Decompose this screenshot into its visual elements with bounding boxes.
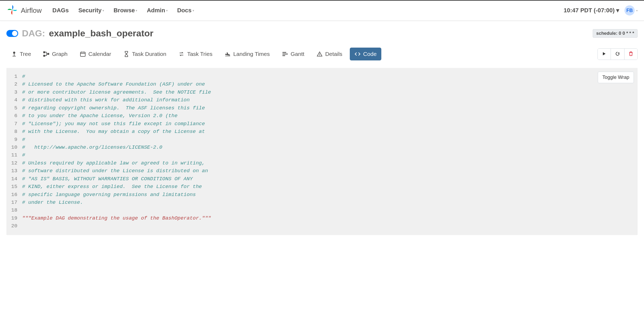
page-body: DAG: example_bash_operator schedule: 0 0… (0, 21, 644, 235)
dag-header: DAG: example_bash_operator schedule: 0 0… (6, 28, 638, 39)
tabs-row: TreeGraphCalendarTask DurationTask Tries… (6, 48, 638, 60)
details-icon (317, 51, 323, 57)
tab-landing-times[interactable]: Landing Times (220, 48, 275, 60)
nav-item-dags[interactable]: DAGs (52, 7, 69, 14)
chevron-down-icon: ▾ (616, 7, 619, 14)
nav-items: DAGsSecurity▾Browse▾Admin▾Docs▾ (52, 7, 564, 14)
refresh-icon (615, 51, 620, 57)
chevron-down-icon: ▾ (136, 9, 137, 12)
tab-label: Task Duration (132, 51, 166, 57)
code-line: # (22, 136, 633, 144)
graph-icon (43, 51, 49, 57)
code-line: # to you under the Apache License, Versi… (22, 112, 633, 120)
dag-action-buttons (598, 48, 638, 60)
code-line (22, 222, 633, 230)
chevron-down-icon: ▾ (103, 9, 104, 12)
tab-label: Gantt (291, 51, 304, 57)
top-navbar: Airflow DAGsSecurity▾Browse▾Admin▾Docs▾ … (0, 1, 644, 21)
code-panel: Toggle Wrap 1234567891011121314151617181… (6, 68, 638, 235)
code-line: # Licensed to the Apache Software Founda… (22, 80, 633, 88)
line-number: 16 (11, 191, 20, 199)
line-number: 17 (11, 199, 20, 206)
line-number: 1 (11, 73, 20, 80)
line-number: 7 (11, 120, 20, 128)
code-body[interactable]: ## Licensed to the Apache Software Found… (22, 68, 638, 235)
code-line: # Unless required by applicable law or a… (22, 159, 633, 167)
nav-right: 10:47 PDT (-07:00) ▾ FB ▾ (564, 5, 638, 16)
tab-label: Calendar (88, 51, 111, 57)
clock-text: 10:47 PDT (-07:00) (564, 7, 615, 14)
svg-rect-4 (43, 55, 45, 57)
line-number: 6 (11, 112, 20, 120)
line-number: 15 (11, 183, 20, 191)
code-line: # with the License. You may obtain a cop… (22, 128, 633, 136)
line-number: 13 (11, 167, 20, 175)
line-number: 9 (11, 136, 20, 144)
tab-task-duration[interactable]: Task Duration (119, 48, 171, 60)
code-line: # (22, 151, 633, 159)
line-number: 12 (11, 159, 20, 167)
clock[interactable]: 10:47 PDT (-07:00) ▾ (564, 7, 619, 14)
tab-graph[interactable]: Graph (38, 48, 72, 60)
tab-label: Details (325, 51, 342, 57)
brand[interactable]: Airflow (6, 4, 42, 17)
line-number: 14 (11, 175, 20, 183)
line-number: 19 (11, 214, 20, 222)
tab-task-tries[interactable]: Task Tries (174, 48, 217, 60)
tab-details[interactable]: Details (312, 48, 347, 60)
toggle-wrap-button[interactable]: Toggle Wrap (598, 72, 634, 83)
chevron-down-icon: ▾ (166, 9, 168, 12)
line-number: 5 (11, 104, 20, 112)
chevron-down-icon: ▾ (193, 9, 194, 12)
code-line: # http://www.apache.org/licenses/LICENSE… (22, 144, 633, 151)
tab-tree[interactable]: Tree (6, 48, 36, 60)
code-line: # or more contributor license agreements… (22, 89, 633, 96)
chevron-down-icon: ▾ (636, 9, 638, 12)
code-line: # "AS IS" BASIS, WITHOUT WARRANTIES OR C… (22, 175, 633, 183)
refresh-button[interactable] (611, 49, 624, 60)
nav-item-docs[interactable]: Docs▾ (177, 7, 194, 14)
line-number: 20 (11, 222, 20, 230)
nav-item-label: Browse (114, 7, 135, 14)
line-number: 11 (11, 151, 20, 159)
nav-item-label: Security (78, 7, 102, 14)
dag-pause-toggle[interactable] (6, 30, 18, 37)
code-gutter: 1234567891011121314151617181920 (6, 68, 22, 235)
code-line: # "License"); you may not use this file … (22, 120, 633, 128)
code-line: # software distributed under the License… (22, 167, 633, 175)
dag-name: example_bash_operator (49, 28, 153, 39)
code-icon (355, 51, 360, 57)
tab-label: Graph (52, 51, 67, 57)
nav-item-browse[interactable]: Browse▾ (114, 7, 137, 14)
line-number: 10 (11, 144, 20, 151)
landing-icon (225, 51, 231, 57)
avatar: FB (624, 5, 635, 16)
nav-item-security[interactable]: Security▾ (78, 7, 104, 14)
code-line: # distributed with this work for additio… (22, 96, 633, 104)
code-line: # under the License. (22, 199, 633, 206)
line-number: 2 (11, 80, 20, 88)
gantt-icon (282, 51, 288, 57)
tab-calendar[interactable]: Calendar (75, 48, 116, 60)
code-line: # specific language governing permission… (22, 191, 633, 199)
svg-rect-1 (14, 54, 14, 56)
play-icon (602, 52, 606, 57)
code-line: # (22, 73, 633, 80)
nav-item-admin[interactable]: Admin▾ (147, 7, 167, 14)
line-number: 18 (11, 206, 20, 214)
delete-dag-button[interactable] (624, 49, 637, 60)
schedule-badge[interactable]: schedule: 0 0 * * * (593, 29, 638, 38)
tab-label: Landing Times (233, 51, 270, 57)
line-number: 8 (11, 128, 20, 136)
code-line: # KIND, either express or implied. See t… (22, 183, 633, 191)
tree-icon (11, 51, 17, 57)
trigger-dag-button[interactable] (598, 49, 611, 60)
nav-item-label: DAGs (52, 7, 69, 14)
nav-item-label: Docs (177, 7, 192, 14)
user-menu[interactable]: FB ▾ (624, 5, 638, 16)
svg-rect-3 (43, 51, 45, 53)
tab-code[interactable]: Code (350, 48, 381, 60)
code-line: """Example DAG demonstrating the usage o… (22, 214, 633, 222)
tab-label: Code (363, 51, 377, 57)
tab-gantt[interactable]: Gantt (277, 48, 309, 60)
